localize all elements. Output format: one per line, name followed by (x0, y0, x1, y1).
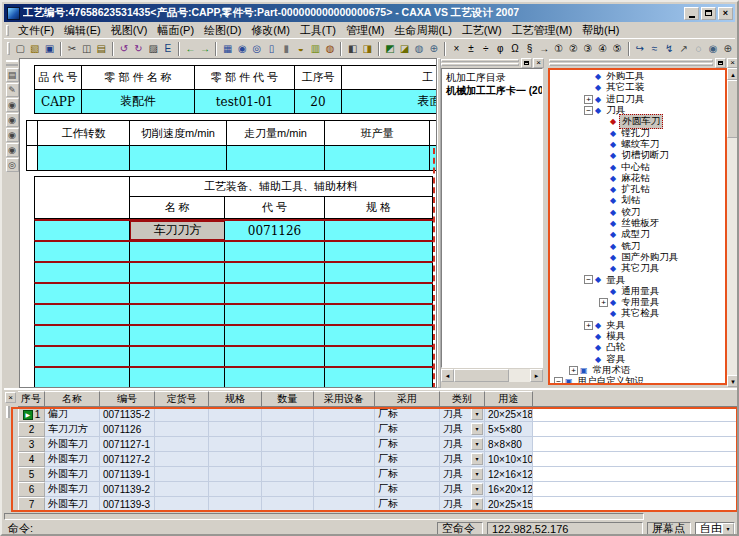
copy-button[interactable]: ◫ (79, 41, 94, 57)
tooling-code-cell[interactable] (225, 242, 325, 261)
spec-cell[interactable] (209, 437, 262, 452)
tree-close-button[interactable]: × (727, 58, 738, 68)
target-tool-button[interactable]: ⊕ (720, 41, 735, 57)
spline-button[interactable]: ↯ (662, 41, 677, 57)
tool-table-row-5[interactable]: 5外圆车刀0071139-1厂标刀具▾12×16×125 (18, 467, 739, 482)
row-header-cell[interactable]: 7 (18, 497, 45, 512)
sym-section-button[interactable]: § (522, 41, 537, 57)
bottom-col-header-10[interactable]: 用途 (485, 391, 533, 407)
tree-item-模具[interactable]: ◆模具 (550, 331, 725, 342)
usage-cell[interactable]: 12×16×125 (485, 467, 533, 482)
bottom-col-header-3[interactable]: 编号 (100, 391, 155, 407)
zoom-button[interactable]: ◉ (235, 41, 250, 57)
device-cell[interactable] (314, 407, 375, 422)
tooling-row-margin-cell[interactable] (35, 305, 130, 324)
bottom-col-header-2[interactable]: 名称 (45, 391, 100, 407)
next-card-button[interactable]: → (198, 41, 213, 57)
expand-icon[interactable]: + (569, 366, 578, 375)
tree-item-用户自定义知识[interactable]: −▣用户自定义知识 (550, 376, 725, 385)
record-tool-button[interactable]: ⊕ (426, 41, 441, 57)
minimize-button[interactable] (684, 7, 699, 20)
menu-item-9[interactable]: 生命周期(L) (389, 23, 456, 37)
catalog-item-2[interactable]: 机械加工工序卡一 (20 (446, 84, 542, 97)
qty-cell[interactable] (262, 467, 314, 482)
menu-item-3[interactable]: 视图(V) (106, 23, 153, 37)
sym-plusminus-button[interactable]: ± (464, 41, 479, 57)
category-cell[interactable]: 刀具▾ (440, 482, 485, 497)
bottom-col-header-9[interactable]: 类别 (440, 391, 485, 407)
usage-cell[interactable]: 5×5×80 (485, 422, 533, 437)
row-header-cell[interactable]: 2 (18, 422, 45, 437)
usage-cell[interactable]: 16×20×125 (485, 482, 533, 497)
tree-item-夹具[interactable]: +◆夹具 (550, 320, 725, 331)
tooling-spec-cell[interactable] (325, 368, 433, 387)
scroll-down-icon[interactable]: ▾ (727, 375, 739, 387)
category-cell[interactable]: 刀具▾ (440, 467, 485, 482)
toolbar-grip[interactable] (7, 42, 10, 55)
pencil-tool-button[interactable]: ✎ (6, 83, 19, 97)
expand-icon[interactable]: + (584, 321, 593, 330)
tool-table-row-2[interactable]: 2车刀刀方0071126厂标刀具▾5×5×80 (18, 422, 739, 437)
close-button[interactable]: × (718, 7, 733, 20)
adopt-cell[interactable]: 厂标 (375, 452, 440, 467)
scroll-left-icon[interactable]: ◂ (441, 369, 454, 382)
adopt-cell[interactable]: 厂标 (375, 497, 440, 512)
tree-item-凸轮[interactable]: ◆凸轮 (550, 342, 725, 353)
category-cell[interactable]: 刀具▾ (440, 497, 485, 512)
page-white-button[interactable]: ▯ (264, 41, 279, 57)
redo-button[interactable]: ↻ (131, 41, 146, 57)
cell-op-name[interactable]: 表面处理 (342, 90, 437, 114)
sym-circle4-button[interactable]: ④ (595, 41, 610, 57)
tooling-name-cell[interactable]: 车刀刀方 (130, 221, 225, 240)
tool-list-close-button[interactable]: × (5, 392, 16, 403)
mouse-tool-3-button[interactable]: ◉ (6, 128, 19, 142)
tooling-spec-cell[interactable] (325, 242, 433, 261)
menu-item-12[interactable]: 帮助(H) (577, 23, 624, 37)
order-cell[interactable] (155, 452, 209, 467)
db-link-button[interactable]: ◨ (360, 41, 375, 57)
order-cell[interactable] (155, 467, 209, 482)
code-cell[interactable]: 0071127-2 (100, 452, 155, 467)
collapse-icon[interactable]: − (554, 377, 563, 385)
tree-item-容具[interactable]: ◆容具 (550, 353, 725, 364)
tool-table-row-6[interactable]: 6外圆车刀0071139-2厂标刀具▾16×20×125 (18, 482, 739, 497)
row-header-cell[interactable]: 4 (18, 452, 45, 467)
qty-cell[interactable] (262, 482, 314, 497)
bottom-col-header-8[interactable]: 采用 (375, 391, 440, 407)
tooling-name-cell[interactable] (130, 368, 225, 387)
category-dropdown-icon[interactable]: ▾ (471, 498, 483, 510)
category-dropdown-icon[interactable]: ▾ (471, 483, 483, 495)
bottom-col-header-6[interactable]: 数量 (262, 391, 314, 407)
category-dropdown-icon[interactable]: ▾ (471, 453, 483, 465)
cell-part-code[interactable]: test01-01 (195, 90, 295, 114)
category-dropdown-icon[interactable]: ▾ (471, 468, 483, 480)
row-header-cell[interactable]: 5 (18, 467, 45, 482)
tooling-row-margin-cell[interactable] (35, 221, 130, 240)
menu-item-4[interactable]: 幅面(P) (152, 23, 199, 37)
adopt-cell[interactable]: 厂标 (375, 422, 440, 437)
cell-part-name[interactable]: 装配件 (82, 90, 195, 114)
tooling-name-cell[interactable] (130, 242, 225, 261)
catalog-close-button[interactable]: × (533, 58, 544, 68)
sym-circle2-button[interactable]: ② (566, 41, 581, 57)
expand-icon[interactable]: + (584, 95, 593, 104)
spec-cell[interactable] (209, 422, 262, 437)
menu-item-7[interactable]: 工具(T) (295, 23, 341, 37)
mouse-tool-1-button[interactable]: ◉ (6, 98, 19, 112)
tooling-row-margin-cell[interactable] (35, 326, 130, 345)
record-copy-button[interactable]: ◍ (412, 41, 427, 57)
gear-tool-button[interactable]: ◌ (691, 41, 706, 57)
tooling-name-cell[interactable] (130, 347, 225, 366)
category-dropdown-icon[interactable]: ▾ (471, 408, 483, 420)
tooling-code-cell[interactable] (225, 326, 325, 345)
menu-item-11[interactable]: 工艺管理(M) (507, 23, 578, 37)
qty-cell[interactable] (262, 437, 314, 452)
mouse-tool-4-button[interactable]: ◉ (6, 143, 19, 157)
code-cell[interactable]: 0071135-2 (100, 407, 155, 422)
row-header-cell[interactable]: 3 (18, 437, 45, 452)
catalog-hscrollbar[interactable]: ◂ ▸ (441, 369, 543, 382)
name-cell[interactable]: 外圆车刀 (45, 482, 100, 497)
order-cell[interactable] (155, 437, 209, 452)
spec-cell[interactable] (209, 452, 262, 467)
catalog-panel-grip[interactable]: × (439, 58, 545, 68)
